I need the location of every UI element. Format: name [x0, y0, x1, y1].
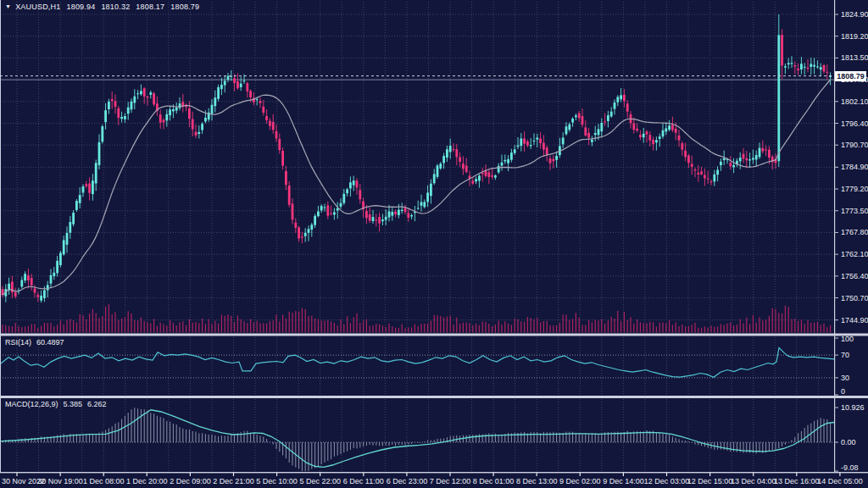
volume-bar [672, 324, 673, 332]
volume-bar [782, 313, 782, 333]
volume-bar [28, 326, 29, 333]
ohlc-high: 1810.32 [101, 3, 130, 11]
candle-body [616, 97, 619, 102]
candle-body [136, 93, 139, 94]
volume-bar [134, 320, 135, 332]
candle-body [652, 140, 654, 144]
candle-body [607, 115, 609, 121]
chart-left-border [0, 0, 1, 473]
volume-bar [543, 321, 544, 332]
volume-bar [243, 321, 244, 332]
candle-body [568, 125, 570, 130]
ohlc-low: 1808.17 [136, 3, 164, 11]
candle-body [581, 116, 584, 125]
volume-bar [192, 323, 193, 333]
price-axis-label: 1813.50 [841, 53, 868, 62]
candle-body [233, 78, 236, 83]
volume-bar [202, 319, 203, 333]
price-axis-label: 1779.20 [841, 185, 868, 193]
candle-body [623, 95, 626, 102]
volume-bar [698, 328, 698, 333]
volume-bar [302, 308, 303, 333]
candle-body [781, 35, 783, 65]
candle-body [256, 99, 259, 100]
macd-main-value: 5.385 [64, 400, 83, 408]
ohlc-close: 1808.79 [170, 3, 199, 11]
symbol-timeframe-label: XAUUSD,H1 [15, 3, 60, 11]
chart-canvas[interactable]: 1824.901819.201813.501807.801802.101796.… [0, 0, 868, 488]
time-axis-label: 1 Dec 08:00 [83, 477, 125, 485]
candle-body [314, 216, 316, 225]
candle-body [510, 152, 513, 159]
candle-body [111, 99, 114, 101]
volume-bar [218, 324, 219, 333]
candle-body [713, 175, 715, 181]
volume-bar [476, 324, 476, 333]
panel-separator[interactable] [0, 396, 868, 398]
price-axis-label: 1750.70 [841, 294, 868, 302]
candle-body [549, 158, 552, 164]
candle-body [562, 137, 565, 144]
candle-body [72, 213, 75, 225]
volume-bar [382, 325, 383, 332]
volume-bar [424, 324, 425, 333]
candle-body [410, 215, 413, 216]
candle-body [349, 182, 352, 188]
volume-bar [157, 326, 158, 333]
time-axis-label: 5 Dec 22:00 [299, 477, 341, 485]
volume-bar [576, 313, 576, 332]
volume-bar [121, 319, 122, 333]
volume-bar [714, 327, 715, 333]
volume-bar [105, 307, 106, 333]
candle-body [50, 275, 53, 284]
volume-bar [466, 322, 467, 332]
candle-body [265, 116, 268, 120]
volume-bar [611, 317, 612, 333]
candle-body [552, 159, 554, 161]
candle-body [404, 208, 407, 212]
candle-body [66, 233, 69, 245]
volume-bar [53, 326, 54, 332]
candle-body [687, 156, 690, 164]
time-axis-label: 1 Dec 20:00 [126, 477, 168, 485]
candle-body [536, 138, 538, 140]
volume-bar [704, 326, 705, 332]
volume-bar [259, 323, 260, 332]
time-axis-line [0, 472, 868, 473]
chevron-down-icon[interactable]: ▼ [5, 3, 11, 9]
candle-body [475, 179, 477, 181]
volume-bar [76, 322, 77, 332]
volume-bar [447, 317, 448, 333]
volume-bar [463, 323, 464, 333]
volume-bar [775, 309, 776, 333]
candle-body [655, 140, 658, 142]
candle-body [494, 175, 497, 177]
volume-bar [237, 315, 238, 332]
volume-bar [678, 326, 679, 332]
volume-bar [209, 319, 209, 333]
candle-body [375, 220, 377, 221]
volume-bar [82, 315, 83, 332]
volume-bar [830, 325, 831, 333]
volume-bar [356, 313, 357, 333]
candle-body [797, 69, 799, 70]
candle-body [211, 105, 214, 114]
volume-bar [108, 304, 109, 333]
candle-body [759, 148, 761, 158]
candle-body [793, 65, 796, 66]
volume-bar [163, 324, 164, 333]
volume-bar [392, 326, 392, 332]
volume-bar [581, 324, 582, 332]
candle-body [365, 211, 368, 218]
candle-body [120, 117, 123, 119]
volume-bar [682, 324, 682, 332]
volume-bar [44, 323, 45, 332]
volume-bar [343, 324, 344, 333]
price-axis-label: 1773.50 [841, 207, 868, 215]
volume-bar [662, 323, 663, 333]
candle-body [632, 123, 635, 130]
panel-separator[interactable] [0, 334, 868, 336]
volume-bar [482, 322, 483, 333]
volume-bar [688, 326, 689, 333]
candle-body [620, 95, 622, 99]
